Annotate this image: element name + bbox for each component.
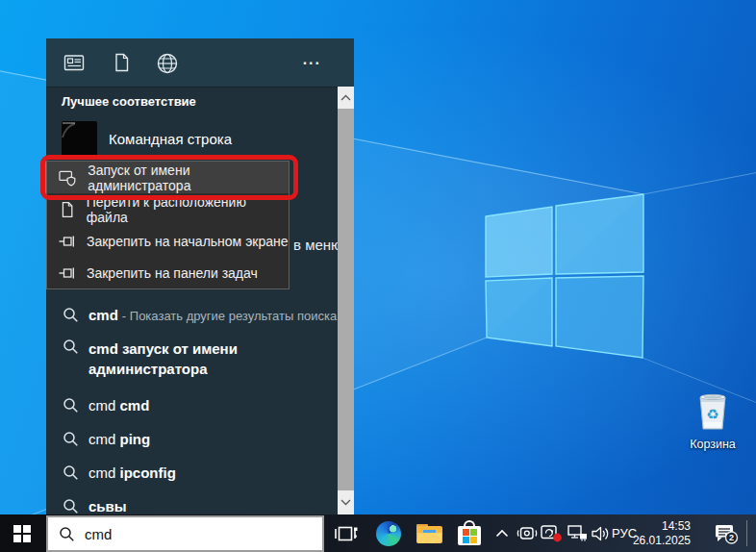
search-icon xyxy=(63,397,79,414)
recycle-bin[interactable]: ♻ Корзина xyxy=(685,390,741,451)
taskbar-search-box[interactable] xyxy=(46,515,324,552)
chevron-up-icon xyxy=(340,94,351,101)
show-desktop-button[interactable] xyxy=(746,520,747,546)
network-icon xyxy=(567,525,589,541)
pin-to-start-icon xyxy=(59,234,76,249)
run-as-admin-icon xyxy=(59,169,77,187)
scroll-up-button[interactable] xyxy=(338,87,354,109)
taskbar: РУС 14:53 26.01.2025 2 xyxy=(0,514,756,552)
suggestion-row[interactable]: cmd cmd xyxy=(46,389,338,422)
recycle-bin-label: Корзина xyxy=(685,438,741,451)
search-icon xyxy=(63,464,79,481)
chevron-down-icon xyxy=(340,499,351,506)
suggestion-row[interactable]: cmd- Показать другие результаты поиска xyxy=(46,296,338,333)
globe-icon[interactable] xyxy=(156,52,179,75)
cmd-app-icon xyxy=(62,121,97,157)
file-explorer-button[interactable] xyxy=(414,514,444,552)
task-view-button[interactable] xyxy=(331,514,362,552)
file-explorer-icon xyxy=(416,524,442,543)
windows-logo-icon xyxy=(13,525,31,542)
search-filter-bar: ... xyxy=(46,38,354,87)
clock-date: 26.01.2025 xyxy=(633,534,691,548)
best-match-result[interactable]: Командная строка xyxy=(62,121,232,157)
menu-item-label: Запуск от имени администратора xyxy=(88,163,289,193)
task-view-icon xyxy=(334,525,359,542)
start-button[interactable] xyxy=(0,514,44,552)
screen: ♻ Корзина xyxy=(0,0,756,552)
edge-icon xyxy=(376,521,401,546)
search-icon xyxy=(63,431,79,447)
notification-icon: 2 xyxy=(714,523,739,544)
edge-browser-button[interactable] xyxy=(374,514,403,552)
open-file-location-icon xyxy=(59,201,76,218)
tray-expand-button[interactable] xyxy=(491,514,514,552)
microsoft-store-button[interactable] xyxy=(454,514,485,552)
apps-icon[interactable] xyxy=(63,52,85,73)
scrollbar-thumb[interactable] xyxy=(338,109,354,490)
meet-now-icon xyxy=(517,526,538,540)
menu-item-run-as-admin[interactable]: Запуск от имени администратора xyxy=(47,162,289,193)
chevron-up-icon xyxy=(495,529,509,538)
action-center-button[interactable]: 2 xyxy=(710,514,743,552)
panel-scrollbar[interactable] xyxy=(338,87,354,514)
cast-notification-tray-button[interactable] xyxy=(539,514,564,552)
network-tray-button[interactable] xyxy=(566,514,591,552)
search-suggestions-list: cmd- Показать другие результаты поиска c… xyxy=(46,296,338,514)
suggestion-row[interactable]: cmd ping xyxy=(46,422,338,456)
suggestion-row[interactable]: cmd ipconfig xyxy=(46,456,338,489)
taskbar-clock[interactable]: 14:53 26.01.2025 xyxy=(635,514,691,552)
microsoft-store-icon xyxy=(458,520,481,546)
menu-item-open-file-location[interactable]: Перейти к расположению файла xyxy=(47,193,289,225)
svg-text:♻: ♻ xyxy=(706,406,718,422)
suggestion-row[interactable]: cmd запуск от имени администратора xyxy=(46,333,338,389)
context-menu: Запуск от имени администратора Перейти к… xyxy=(46,161,290,289)
search-icon xyxy=(63,498,79,514)
menu-item-label: Закрепить на панели задач xyxy=(87,265,258,281)
taskbar-search-input[interactable] xyxy=(85,526,296,542)
volume-tray-button[interactable] xyxy=(589,514,614,552)
scroll-down-button[interactable] xyxy=(338,490,354,514)
best-match-title: Командная строка xyxy=(109,131,232,147)
menu-item-label: Закрепить на начальном экране xyxy=(87,234,289,249)
suggestion-row[interactable]: сьвы xyxy=(46,489,338,514)
clock-time: 14:53 xyxy=(662,519,691,534)
pin-to-taskbar-icon xyxy=(59,265,76,281)
more-filters-button[interactable]: ... xyxy=(303,50,321,69)
volume-icon xyxy=(592,526,612,541)
notification-badge: 2 xyxy=(729,533,734,542)
menu-item-pin-to-taskbar[interactable]: Закрепить на панели задач xyxy=(47,257,289,289)
menu-item-label: Перейти к расположению файла xyxy=(87,194,289,225)
menu-item-pin-to-start[interactable]: Закрепить на начальном экране xyxy=(47,225,289,257)
best-match-header: Лучшее соответствие xyxy=(62,94,196,109)
cast-screen-icon xyxy=(541,525,563,542)
recycle-bin-icon: ♻ xyxy=(693,390,733,433)
search-icon xyxy=(59,526,75,542)
document-icon[interactable] xyxy=(111,52,132,73)
search-icon xyxy=(63,307,79,323)
obscured-background-text: в меню, xyxy=(293,237,338,253)
search-icon xyxy=(63,339,79,355)
meet-now-tray-button[interactable] xyxy=(516,514,539,552)
